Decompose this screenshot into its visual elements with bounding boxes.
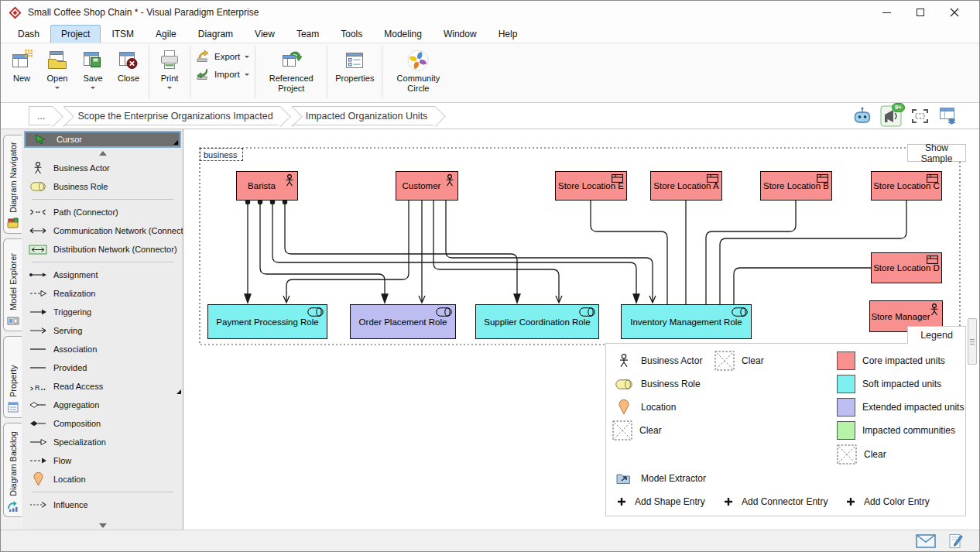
palette-communication-network[interactable]: Communication Network (Connector) [22, 221, 183, 240]
import-button[interactable]: Import [196, 67, 249, 81]
node-store-location-a[interactable]: Store Location A [650, 171, 722, 201]
palette-cursor[interactable]: Cursor [24, 131, 181, 148]
palette-location[interactable]: Location [22, 470, 183, 489]
close-project-button[interactable]: Close [111, 46, 146, 100]
palette-triggering[interactable]: Triggering [22, 303, 183, 321]
legend-entry-location[interactable]: Location [614, 396, 676, 418]
palette-influence[interactable]: Influence [22, 495, 183, 514]
menu-project[interactable]: Project [50, 25, 101, 43]
palette-scroll-up[interactable] [22, 148, 183, 159]
node-store-location-e[interactable]: Store Location E [555, 171, 627, 201]
show-sample-button[interactable]: Show Sample [907, 144, 966, 162]
legend-entry-connector-clear[interactable]: Clear [714, 350, 764, 372]
legend-entry-shape-clear[interactable]: Clear [612, 420, 662, 441]
palette-provided[interactable]: Provided [22, 358, 183, 377]
boundary-label[interactable]: business [200, 148, 243, 161]
palette-path-connector[interactable]: Path (Connector) [22, 203, 183, 221]
palette-specialization[interactable]: Specialization [22, 433, 183, 451]
palette-realization[interactable]: Realization [22, 284, 183, 303]
legend-entry-core-impacted[interactable]: Core impacted units [837, 350, 945, 372]
connector-customer-supplier[interactable] [433, 201, 562, 303]
connector-store-d-inventory[interactable] [734, 268, 871, 304]
node-store-location-b[interactable]: Store Location B [760, 171, 832, 201]
palette-business-actor[interactable]: Business Actor [22, 159, 183, 177]
breadcrumb-item-impacted-units[interactable]: Impacted Organization Units [292, 106, 436, 125]
node-customer[interactable]: Customer [396, 171, 458, 201]
messages-button[interactable] [916, 534, 936, 548]
connector-customer-order[interactable] [419, 201, 425, 303]
assistant-bot-button[interactable] [852, 105, 873, 127]
properties-button[interactable]: Properties [330, 46, 379, 100]
connector-barista-supplier[interactable] [283, 200, 520, 303]
minimize-button[interactable] [869, 1, 903, 24]
edit-notes-button[interactable] [948, 533, 964, 549]
legend-entry-extended-impacted[interactable]: Extended impacted units [837, 396, 964, 418]
connector-barista-order[interactable] [258, 200, 388, 303]
menu-agile[interactable]: Agile [145, 25, 187, 43]
palette-composition[interactable]: Composition [22, 414, 183, 433]
legend-entry-soft-impacted[interactable]: Soft impacted units [837, 373, 941, 395]
legend-entry-color-clear[interactable]: Clear [837, 444, 886, 465]
legend-model-extractor[interactable]: Model Extractor [614, 468, 706, 489]
legend-entry-business-actor[interactable]: Business Actor [614, 350, 702, 372]
legend-tab[interactable]: Legend [907, 326, 966, 344]
open-button[interactable]: Open [39, 46, 75, 100]
print-button[interactable]: Print [152, 46, 187, 100]
palette-business-role[interactable]: Business Role [22, 177, 183, 196]
connector-customer-inventory[interactable] [446, 201, 656, 303]
sidebar-tab-diagram-navigator[interactable]: Diagram Navigator [3, 135, 22, 234]
save-dropdown-icon [91, 87, 95, 89]
menu-modeling[interactable]: Modeling [373, 25, 433, 43]
node-store-location-d[interactable]: Store Location D [871, 252, 942, 283]
menu-team[interactable]: Team [286, 25, 330, 43]
legend-entry-impacted-communities[interactable]: Impacted communities [837, 420, 955, 441]
announcements-button[interactable]: 9+ [880, 105, 902, 127]
node-order-placement-role[interactable]: Order Placement Role [350, 304, 456, 339]
breadcrumb-item-scope[interactable]: Scope the Enterprise Organizations Impac… [63, 106, 280, 125]
palette-aggregation[interactable]: Aggregation [22, 396, 183, 414]
save-button[interactable]: Save [75, 46, 111, 100]
add-connector-entry-button[interactable]: Add Connector Entry [722, 491, 828, 513]
connector-customer-payment[interactable] [283, 201, 409, 303]
community-circle-button[interactable]: Community Circle [385, 46, 451, 100]
diagram-canvas[interactable]: business Barista Customer Store Location… [183, 129, 979, 530]
palette-association[interactable]: Association [22, 340, 183, 358]
fit-bounds-button[interactable] [909, 105, 930, 127]
export-button[interactable]: Export [196, 50, 249, 63]
add-shape-entry-button[interactable]: Add Shape Entry [615, 491, 705, 513]
node-payment-processing-role[interactable]: Payment Processing Role [207, 304, 327, 339]
breadcrumb-ellipsis[interactable]: ... [29, 106, 53, 125]
palette-scroll-down[interactable] [22, 520, 183, 530]
palette-read-access[interactable]: R Read Access [22, 377, 183, 396]
read-access-icon: R [27, 382, 49, 392]
menu-view[interactable]: View [244, 25, 286, 43]
connector-barista-payment[interactable] [245, 200, 251, 303]
palette-serving[interactable]: Serving [22, 321, 183, 340]
node-barista[interactable]: Barista [236, 171, 298, 201]
menu-help[interactable]: Help [488, 25, 529, 43]
connector-barista-inventory[interactable] [270, 200, 639, 303]
node-supplier-coordination-role[interactable]: Supplier Coordination Role [475, 304, 599, 339]
referenced-project-button[interactable]: Referenced Project [258, 46, 324, 100]
sidebar-tab-property[interactable]: Property [3, 336, 22, 418]
menu-diagram[interactable]: Diagram [187, 25, 244, 43]
legend-entry-business-role[interactable]: Business Role [614, 373, 701, 395]
add-color-entry-button[interactable]: Add Color Entry [845, 491, 930, 513]
menu-window[interactable]: Window [433, 25, 488, 43]
connector-store-e-inventory[interactable] [591, 201, 667, 304]
menu-tools[interactable]: Tools [330, 25, 373, 43]
maximize-button[interactable] [903, 1, 937, 24]
layers-window-button[interactable] [937, 105, 959, 127]
node-inventory-management-role[interactable]: Inventory Management Role [621, 304, 752, 339]
new-button[interactable]: New [4, 46, 39, 100]
palette-assignment[interactable]: Assignment [22, 266, 183, 284]
canvas-vertical-scrollbar[interactable] [968, 318, 977, 365]
sidebar-tab-diagram-backlog[interactable]: Diagram Backlog [3, 423, 22, 517]
close-button[interactable] [937, 1, 971, 24]
menu-dash[interactable]: Dash [7, 25, 50, 43]
node-store-location-c[interactable]: Store Location C [871, 171, 942, 201]
sidebar-tab-model-explorer[interactable]: Model Explorer [3, 238, 22, 331]
palette-flow[interactable]: Flow [22, 451, 183, 470]
menu-itsm[interactable]: ITSM [101, 25, 145, 43]
palette-distribution-network[interactable]: Distribution Network (Connector) [22, 240, 183, 259]
